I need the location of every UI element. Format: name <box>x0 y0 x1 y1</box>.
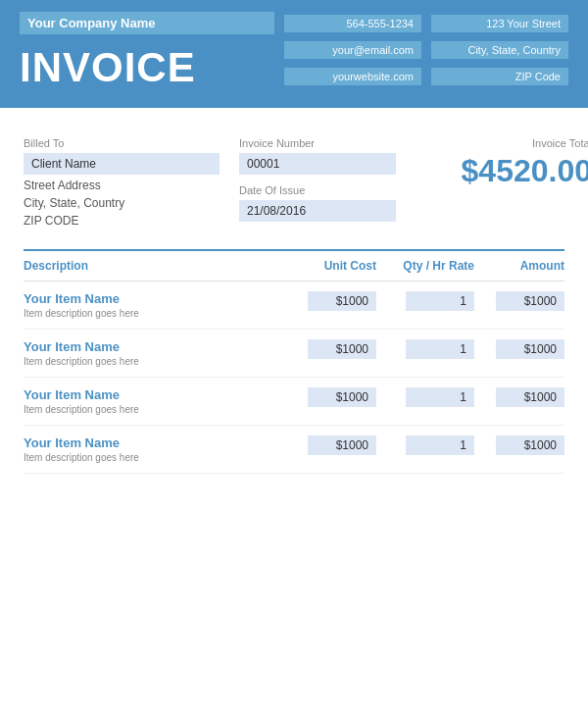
city-state-field[interactable]: City, State, Country <box>24 194 220 212</box>
item-desc-col: Your Item Name Item description goes her… <box>24 291 278 319</box>
item-name[interactable]: Your Item Name <box>24 387 278 402</box>
company-name: Your Company Name <box>20 12 274 34</box>
header-address: 123 Your Street City, State, Country ZIP… <box>431 12 568 92</box>
table-header-row: Description Unit Cost Qty / Hr Rate Amou… <box>24 249 564 281</box>
item-qty[interactable]: 1 <box>406 339 474 359</box>
item-amount-col: $1000 <box>474 339 564 359</box>
col-header-unit-cost: Unit Cost <box>278 259 376 273</box>
col-header-amount: Amount <box>474 259 564 273</box>
item-unit-cost-col: $1000 <box>278 387 376 407</box>
item-unit-cost[interactable]: $1000 <box>308 435 376 455</box>
item-unit-cost[interactable]: $1000 <box>308 291 376 311</box>
item-amount-col: $1000 <box>474 387 564 407</box>
page-header: Your Company Name INVOICE 564-555-1234 y… <box>0 0 588 108</box>
item-unit-cost-col: $1000 <box>278 339 376 359</box>
item-description: Item description goes here <box>24 356 278 367</box>
item-amount: $1000 <box>496 291 564 311</box>
item-desc-col: Your Item Name Item description goes her… <box>24 435 278 463</box>
item-unit-cost[interactable]: $1000 <box>308 387 376 407</box>
email-address: your@email.com <box>284 41 421 59</box>
col-header-description: Description <box>24 259 278 273</box>
item-unit-cost[interactable]: $1000 <box>308 339 376 359</box>
invoice-total-label: Invoice Total <box>416 137 588 149</box>
main-content: Billed To Client Name Street Address Cit… <box>0 108 588 493</box>
address-city-state: City, State, Country <box>431 41 568 59</box>
invoice-date-label: Date Of Issue <box>239 184 396 196</box>
item-unit-cost-col: $1000 <box>278 291 376 311</box>
item-unit-cost-col: $1000 <box>278 435 376 455</box>
invoice-number-label: Invoice Number <box>239 137 396 149</box>
item-desc-col: Your Item Name Item description goes her… <box>24 387 278 415</box>
item-description: Item description goes here <box>24 308 278 319</box>
item-desc-col: Your Item Name Item description goes her… <box>24 339 278 367</box>
billing-section: Billed To Client Name Street Address Cit… <box>24 137 564 230</box>
client-name-field[interactable]: Client Name <box>24 153 220 175</box>
item-qty-col: 1 <box>376 339 474 359</box>
item-amount: $1000 <box>496 339 564 359</box>
item-name[interactable]: Your Item Name <box>24 435 278 450</box>
item-description: Item description goes here <box>24 404 278 415</box>
address-street: 123 Your Street <box>431 15 568 32</box>
invoice-number-value[interactable]: 00001 <box>239 153 396 175</box>
street-address-field[interactable]: Street Address <box>24 177 220 194</box>
item-qty-col: 1 <box>376 291 474 311</box>
items-table: Description Unit Cost Qty / Hr Rate Amou… <box>24 249 564 474</box>
item-qty[interactable]: 1 <box>406 387 474 407</box>
item-name[interactable]: Your Item Name <box>24 339 278 354</box>
item-amount: $1000 <box>496 387 564 407</box>
item-qty[interactable]: 1 <box>406 435 474 455</box>
item-amount-col: $1000 <box>474 435 564 455</box>
billed-to-label: Billed To <box>24 137 220 149</box>
table-body: Your Item Name Item description goes her… <box>24 281 564 474</box>
table-row: Your Item Name Item description goes her… <box>24 426 564 474</box>
header-left: Your Company Name INVOICE <box>20 12 274 92</box>
website: yourwebsite.com <box>284 68 421 85</box>
billed-to-block: Billed To Client Name Street Address Cit… <box>24 137 220 230</box>
invoice-details-block: Invoice Number 00001 Date Of Issue 21/08… <box>239 137 396 230</box>
invoice-date-value[interactable]: 21/08/2016 <box>239 200 396 222</box>
phone-number: 564-555-1234 <box>284 15 421 32</box>
item-amount-col: $1000 <box>474 291 564 311</box>
invoice-total-amount: $4520.00 <box>416 153 588 189</box>
item-amount: $1000 <box>496 435 564 455</box>
address-zip: ZIP Code <box>431 68 568 85</box>
header-contact: 564-555-1234 your@email.com yourwebsite.… <box>274 12 431 92</box>
table-row: Your Item Name Item description goes her… <box>24 378 564 426</box>
col-header-qty: Qty / Hr Rate <box>376 259 474 273</box>
item-qty[interactable]: 1 <box>406 291 474 311</box>
invoice-title: INVOICE <box>20 44 274 91</box>
invoice-total-block: Invoice Total $4520.00 <box>416 137 588 230</box>
item-name[interactable]: Your Item Name <box>24 291 278 306</box>
item-qty-col: 1 <box>376 387 474 407</box>
zip-code-field[interactable]: ZIP CODE <box>24 212 220 230</box>
table-row: Your Item Name Item description goes her… <box>24 281 564 330</box>
item-qty-col: 1 <box>376 435 474 455</box>
item-description: Item description goes here <box>24 452 278 463</box>
table-row: Your Item Name Item description goes her… <box>24 330 564 378</box>
